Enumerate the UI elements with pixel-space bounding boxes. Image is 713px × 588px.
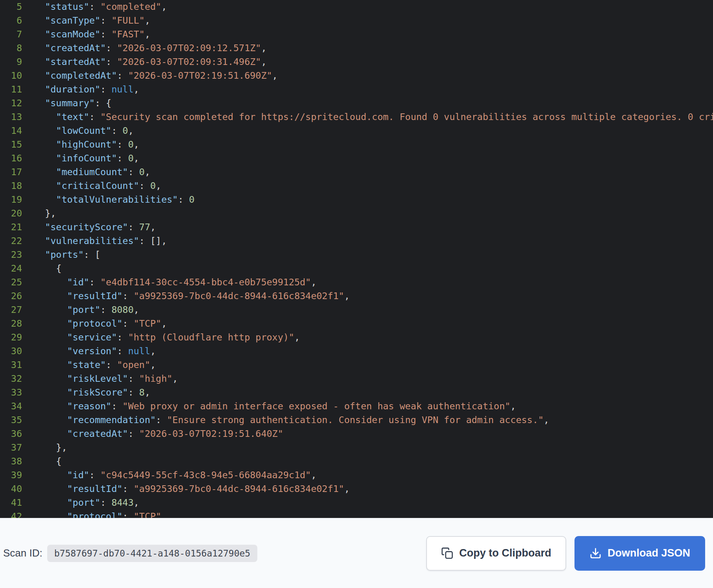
code-line-content: "port": 8080, [22,303,139,317]
code-line-content: "version": null, [22,344,156,358]
token-key: "startedAt" [45,56,106,67]
token-key: "recommendation" [67,414,156,425]
code-line: 26 "resultId": "a9925369-7bc0-44dc-8944-… [0,289,713,303]
json-viewer[interactable]: 5 "status": "completed",6 "scanType": "F… [0,0,713,518]
code-line: 11 "duration": null, [0,83,713,96]
code-line-content: "resultId": "a9925369-7bc0-44dc-8944-616… [22,289,350,303]
token-punc: : [139,180,150,191]
token-punc: : [128,166,139,178]
token-punc: : [128,387,139,398]
code-line: 30 "version": null, [0,344,713,358]
code-line-content: "status": "completed", [22,0,167,14]
token-punc: : [128,373,139,384]
code-line: 28 "protocol": "TCP", [0,317,713,331]
token-punc: : [122,483,133,494]
token-ws [34,194,56,205]
code-line: 29 "service": "http (Cloudflare http pro… [0,331,713,344]
code-line: 7 "scanMode": "FAST", [0,28,713,41]
token-ws [34,222,45,233]
token-punc: : [106,56,117,67]
code-line-content: }, [22,207,56,220]
code-line: 21 "securityScore": 77, [0,220,713,234]
code-line: 36 "createdAt": "2026-03-07T02:19:51.640… [0,427,713,441]
line-number: 40 [0,482,22,496]
line-number: 11 [0,83,22,96]
token-punc: : [89,1,100,12]
token-punc: , [150,346,156,357]
token-punc: }, [56,442,67,453]
line-number: 34 [0,399,22,413]
code-line-content: { [22,262,61,276]
scan-id-badge: b7587697-db70-4421-a148-0156a12790e5 [47,545,258,562]
token-ws [34,125,56,136]
token-punc: : [100,15,111,26]
code-line-content: "infoCount": 0, [22,152,139,165]
line-number: 12 [0,96,22,110]
token-key: "createdAt" [45,43,106,54]
token-num: 8 [139,387,145,398]
token-key: "criticalCount" [56,180,139,191]
token-ws [34,70,45,81]
token-str: "http (Cloudflare http proxy)" [128,332,294,343]
line-number: 19 [0,193,22,207]
token-key: "id" [67,277,89,288]
token-key: "highCount" [56,139,117,150]
token-punc: : [89,277,100,288]
copy-to-clipboard-button[interactable]: Copy to Clipboard [426,536,566,571]
code-line: 8 "createdAt": "2026-03-07T02:09:12.571Z… [0,41,713,55]
code-line: 27 "port": 8080, [0,303,713,317]
token-ws [34,29,45,40]
token-key: "version" [67,346,117,357]
token-str: "FAST" [111,29,145,40]
token-num: 0 [122,125,128,136]
token-num: 8443 [111,497,133,508]
code-line-content: "mediumCount": 0, [22,165,150,179]
token-key: "completedAt" [45,70,117,81]
token-ws [34,442,56,453]
token-punc: , [134,139,139,150]
token-punc: : [122,290,133,301]
code-line-content: "riskLevel": "high", [22,372,178,386]
token-ws [34,153,56,164]
footer-bar: Scan ID: b7587697-db70-4421-a148-0156a12… [0,518,713,588]
token-ws [34,470,67,481]
token-key: "mediumCount" [56,166,128,178]
token-ws [34,359,67,370]
code-line-content: "port": 8443, [22,496,139,510]
code-line-content: "criticalCount": 0, [22,179,161,193]
token-punc: , [145,387,150,398]
token-str: "high" [139,373,173,384]
token-str: "Security scan completed for https://spr… [100,111,713,122]
token-num: 0 [128,153,133,164]
token-ws [34,166,56,178]
token-punc: , [134,84,139,95]
token-punc: : [122,511,133,518]
token-ws [34,43,45,54]
token-punc: : [128,428,139,439]
token-key: "createdAt" [67,428,128,439]
code-line-content: "recommendation": "Ensure strong authent… [22,413,549,427]
line-number: 37 [0,441,22,455]
token-ws [34,1,45,12]
code-line: 19 "totalVulnerabilities": 0 [0,193,713,207]
line-number: 26 [0,289,22,303]
download-json-button[interactable]: Download JSON [574,536,705,571]
code-line-content: "text": "Security scan completed for htt… [22,110,713,124]
line-number: 6 [0,14,22,28]
line-number: 28 [0,317,22,331]
token-str: "2026-03-07T02:09:31.496Z" [117,56,261,67]
token-punc: , [161,318,167,329]
token-ws [34,290,67,301]
line-number: 13 [0,110,22,124]
code-line: 14 "lowCount": 0, [0,124,713,138]
code-line-content: "riskScore": 8, [22,386,150,399]
token-key: "securityScore" [45,222,128,233]
token-punc: , [134,497,139,508]
token-punc: : [117,346,128,357]
line-number: 25 [0,276,22,289]
token-punc: , [134,153,139,164]
line-number: 21 [0,220,22,234]
token-ws [34,139,56,150]
token-str: "TCP" [134,511,161,518]
copy-button-label: Copy to Clipboard [459,547,551,559]
